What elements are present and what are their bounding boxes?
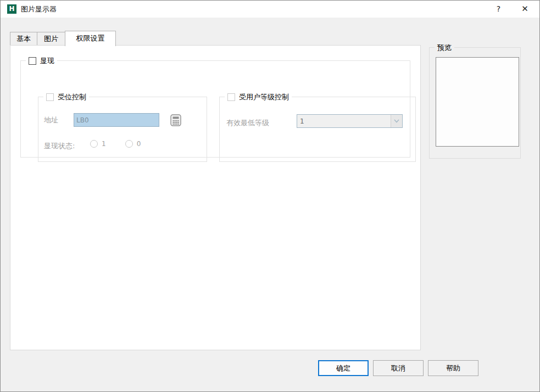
tab-permission-settings[interactable]: 权限设置 <box>65 31 116 46</box>
cancel-button[interactable]: 取消 <box>373 360 424 376</box>
window-title: 图片显示器 <box>21 1 57 18</box>
display-state-radio-group: 1 0 <box>90 140 141 148</box>
help-icon[interactable]: ? <box>486 1 511 18</box>
radio-1-label: 1 <box>102 140 106 148</box>
ok-button[interactable]: 确定 <box>318 360 369 376</box>
dialog-window: H 图片显示器 ? ✕ 基本 图片 权限设置 显现 受位控制 地址 <box>0 0 540 392</box>
radio-0-circle[interactable] <box>125 140 133 148</box>
preview-group: 预览 <box>429 47 521 159</box>
user-level-group-label: 受用户等级控制 <box>225 92 292 102</box>
calculator-icon <box>169 121 183 129</box>
bit-control-label-text: 受位控制 <box>58 92 86 102</box>
permission-settings-pane: 显现 受位控制 地址 <box>10 45 421 350</box>
user-level-label-text: 受用户等级控制 <box>239 92 289 102</box>
address-keypad-button[interactable] <box>169 113 183 127</box>
radio-option-1[interactable]: 1 <box>90 140 106 148</box>
user-level-checkbox[interactable] <box>227 93 235 101</box>
app-icon: H <box>7 4 16 14</box>
close-icon[interactable]: ✕ <box>513 1 537 18</box>
min-level-label: 有效最低等级 <box>226 118 269 128</box>
bit-control-group-label: 受位控制 <box>43 92 89 102</box>
radio-1-circle[interactable] <box>90 140 98 148</box>
chevron-down-icon[interactable] <box>391 115 402 127</box>
help-button[interactable]: 帮助 <box>428 360 478 376</box>
preview-box <box>436 57 519 147</box>
visibility-label-text: 显现 <box>40 56 54 66</box>
title-bar: H 图片显示器 ? ✕ <box>1 1 539 18</box>
visibility-checkbox[interactable] <box>29 57 36 65</box>
preview-group-label: 预览 <box>435 43 454 53</box>
tab-picture[interactable]: 图片 <box>37 32 65 46</box>
min-level-value: 1 <box>297 117 391 125</box>
radio-0-label: 0 <box>137 140 141 148</box>
tab-basic[interactable]: 基本 <box>10 32 37 46</box>
visibility-group-label: 显现 <box>26 56 57 66</box>
visibility-group: 显现 受位控制 地址 <box>20 60 410 158</box>
radio-option-0[interactable]: 0 <box>125 140 141 148</box>
bit-control-group: 受位控制 地址 <box>38 97 207 162</box>
user-level-group: 受用户等级控制 有效最低等级 1 <box>219 97 416 162</box>
min-level-dropdown[interactable]: 1 <box>297 114 403 128</box>
preview-label-text: 预览 <box>437 43 452 53</box>
address-input[interactable] <box>74 113 159 127</box>
bit-control-checkbox[interactable] <box>46 93 54 101</box>
display-state-label: 显现状态: <box>44 141 75 151</box>
address-label: 地址 <box>44 115 58 125</box>
